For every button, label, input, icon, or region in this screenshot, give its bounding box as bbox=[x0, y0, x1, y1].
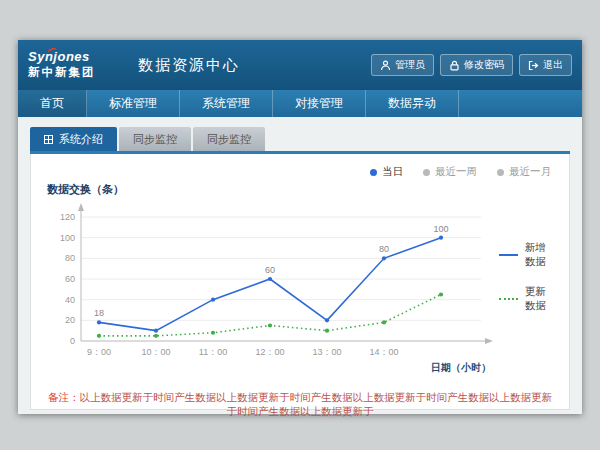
footnote-label: 备注： bbox=[48, 391, 80, 403]
tab-label: 同步监控 bbox=[133, 132, 177, 147]
svg-text:40: 40 bbox=[65, 295, 75, 305]
line-chart-svg: 0204060801001209：0010：0011：0012：0013：001… bbox=[45, 199, 497, 381]
x-axis: 9：0010：0011：0012：0013：0014：00 bbox=[87, 347, 399, 357]
footnote: 备注：以上数据更新于时间产生数据以上数据更新于时间产生数据以上数据更新于时间产生… bbox=[45, 391, 555, 419]
data-point bbox=[439, 236, 443, 240]
svg-text:60: 60 bbox=[265, 265, 275, 275]
svg-text:80: 80 bbox=[65, 253, 75, 263]
data-point bbox=[211, 298, 215, 302]
data-point bbox=[154, 329, 158, 333]
svg-text:80: 80 bbox=[379, 244, 389, 254]
change-password-button-label: 修改密码 bbox=[464, 58, 504, 72]
logout-button[interactable]: 退出 bbox=[519, 54, 572, 76]
admin-button[interactable]: 管理员 bbox=[371, 54, 434, 76]
legend-dot-icon bbox=[423, 169, 430, 176]
data-point bbox=[211, 331, 215, 335]
svg-text:12：00: 12：00 bbox=[255, 347, 284, 357]
series-name: 更新数据 bbox=[525, 285, 555, 313]
nav-item-1[interactable]: 首页 bbox=[18, 90, 87, 117]
data-point bbox=[382, 256, 386, 260]
nav-item-4[interactable]: 对接管理 bbox=[273, 90, 366, 117]
nav-menu: 首页标准管理系统管理对接管理数据异动 bbox=[18, 90, 582, 117]
series-1: 186080100 bbox=[94, 224, 449, 333]
legend-dot-icon bbox=[370, 169, 377, 176]
y-axis-label: 数据交换（条） bbox=[47, 182, 555, 197]
user-icon bbox=[380, 60, 391, 71]
series-line-sample-icon bbox=[499, 298, 518, 300]
chart-filter-legend: 当日最近一周最近一月 bbox=[45, 164, 555, 180]
svg-text:20: 20 bbox=[65, 315, 75, 325]
nav-item-3[interactable]: 系统管理 bbox=[180, 90, 273, 117]
data-point bbox=[382, 320, 386, 324]
tab-label: 系统介绍 bbox=[59, 132, 103, 147]
svg-text:18: 18 bbox=[94, 308, 104, 318]
tab-label: 同步监控 bbox=[207, 132, 251, 147]
page-title: 数据资源中心 bbox=[138, 56, 371, 75]
filter-label: 最近一周 bbox=[435, 165, 477, 179]
y-axis: 020406080100120 bbox=[60, 212, 75, 346]
axes bbox=[78, 203, 493, 344]
svg-text:10：00: 10：00 bbox=[141, 347, 170, 357]
logout-button-label: 退出 bbox=[543, 58, 563, 72]
data-point bbox=[268, 323, 272, 327]
nav-item-5[interactable]: 数据异动 bbox=[366, 90, 459, 117]
content-area: 系统介绍同步监控同步监控 当日最近一周最近一月 数据交换（条） 02040608… bbox=[18, 117, 582, 414]
app-header: Synjones 新中新集团 数据资源中心 管理员 修改密码 bbox=[18, 40, 582, 90]
chart-panel: 当日最近一周最近一月 数据交换（条） 0204060801001209：0010… bbox=[30, 154, 570, 410]
admin-button-label: 管理员 bbox=[395, 58, 425, 72]
tab-2[interactable]: 同步监控 bbox=[119, 127, 191, 151]
svg-text:14：00: 14：00 bbox=[369, 347, 398, 357]
chart-filter-3[interactable]: 最近一月 bbox=[497, 164, 551, 180]
svg-text:120: 120 bbox=[60, 212, 75, 222]
data-point bbox=[325, 329, 329, 333]
data-point bbox=[97, 334, 101, 338]
svg-text:9：00: 9：00 bbox=[87, 347, 111, 357]
user-actions: 管理员 修改密码 退出 bbox=[371, 54, 572, 76]
series-line-sample-icon bbox=[499, 254, 518, 256]
chart-filter-1[interactable]: 当日 bbox=[370, 164, 403, 180]
chart-filter-2[interactable]: 最近一周 bbox=[423, 164, 477, 180]
svg-text:13：00: 13：00 bbox=[312, 347, 341, 357]
series-legend-item-1: 新增数据 bbox=[499, 241, 555, 269]
svg-text:11：00: 11：00 bbox=[199, 347, 227, 357]
data-point bbox=[97, 320, 101, 324]
data-point bbox=[439, 292, 443, 296]
legend-dot-icon bbox=[497, 169, 504, 176]
chart-zone: 0204060801001209：0010：0011：0012：0013：001… bbox=[45, 199, 555, 381]
svg-text:60: 60 bbox=[65, 274, 75, 284]
gridlines bbox=[81, 217, 481, 320]
filter-label: 最近一月 bbox=[509, 165, 551, 179]
series-legend: 新增数据更新数据 bbox=[499, 241, 555, 313]
brand-logo: Synjones 新中新集团 bbox=[28, 50, 124, 79]
x-axis-label: 日期（小时） bbox=[431, 362, 491, 373]
data-point bbox=[268, 277, 272, 281]
svg-text:100: 100 bbox=[433, 224, 448, 234]
nav-item-2[interactable]: 标准管理 bbox=[87, 90, 180, 117]
key-icon bbox=[449, 60, 460, 71]
svg-text:0: 0 bbox=[70, 336, 75, 346]
data-point bbox=[325, 318, 329, 322]
logo-company-text: 新中新集团 bbox=[28, 66, 124, 79]
tab-bar: 系统介绍同步监控同步监控 bbox=[30, 127, 570, 151]
change-password-button[interactable]: 修改密码 bbox=[440, 54, 513, 76]
app-window: Synjones 新中新集团 数据资源中心 管理员 修改密码 bbox=[18, 40, 582, 414]
series-name: 新增数据 bbox=[525, 241, 555, 269]
svg-text:100: 100 bbox=[60, 233, 75, 243]
logout-icon bbox=[528, 60, 539, 71]
tab-3[interactable]: 同步监控 bbox=[193, 127, 265, 151]
data-point bbox=[154, 334, 158, 338]
filter-label: 当日 bbox=[382, 165, 403, 179]
series-legend-item-2: 更新数据 bbox=[499, 285, 555, 313]
footnote-text: 以上数据更新于时间产生数据以上数据更新于时间产生数据以上数据更新于时间产生数据以… bbox=[80, 391, 553, 417]
tab-grid-icon bbox=[44, 135, 53, 144]
logo-brand-text: Synjones bbox=[28, 50, 124, 65]
tab-1[interactable]: 系统介绍 bbox=[30, 127, 117, 151]
